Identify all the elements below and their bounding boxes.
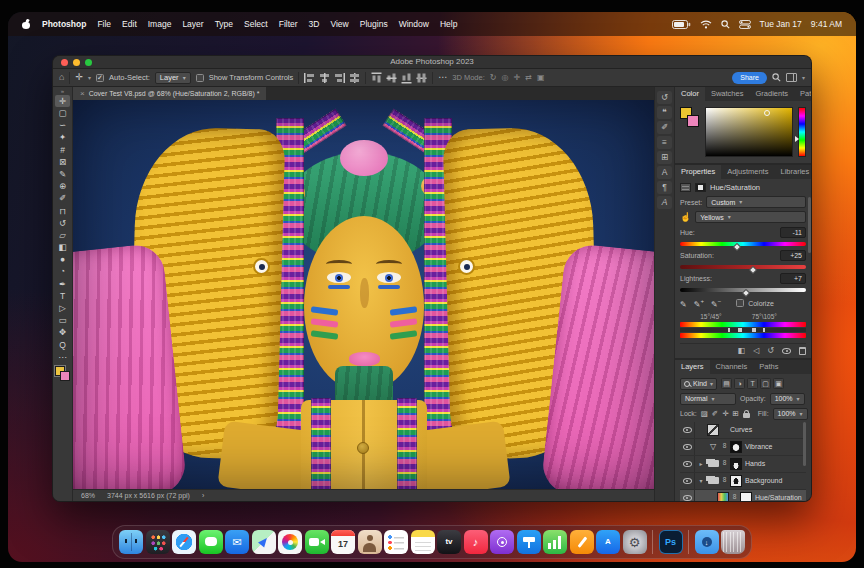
blur-tool[interactable]: ● [55, 253, 70, 265]
lock-position-icon[interactable]: ✛ [722, 410, 728, 418]
panel-tab[interactable]: Layers [675, 360, 710, 374]
workspace-switcher-icon[interactable] [786, 73, 797, 82]
layer-mask-thumbnail[interactable] [730, 475, 742, 487]
range-handle[interactable] [752, 328, 756, 332]
filter-type-layers-icon[interactable]: T [747, 378, 758, 389]
gradient-tool[interactable]: ◧ [55, 241, 70, 253]
title-bar[interactable]: Adobe Photoshop 2023 [53, 56, 811, 69]
healing-brush-tool[interactable]: ⊕ [55, 180, 70, 192]
hue-range-control[interactable] [680, 328, 806, 332]
layer-thumbnail[interactable] [707, 458, 719, 470]
fill-input[interactable]: 100% [773, 408, 808, 420]
menu-item[interactable]: Window [399, 20, 429, 29]
maps[interactable] [252, 530, 276, 554]
delete-adjustment-icon[interactable] [799, 347, 806, 355]
layer-expand-icon[interactable]: ▸ [698, 461, 704, 467]
lock-all-icon[interactable] [743, 413, 750, 418]
pages[interactable] [570, 530, 594, 554]
panel-tab[interactable]: Gradients [749, 87, 794, 101]
menu-item[interactable]: Layer [182, 20, 203, 29]
divider[interactable] [688, 530, 689, 554]
tv[interactable]: tv [437, 530, 461, 554]
eyedropper-add-icon[interactable]: ✎+ [694, 298, 704, 309]
photoshop[interactable]: Ps [659, 530, 683, 554]
filter-smart-objects-icon[interactable]: ▣ [773, 378, 784, 389]
layer-row[interactable]: ▾ 8 Background [680, 473, 806, 490]
layer-expand-icon[interactable]: ▾ [698, 478, 704, 484]
panel-tab[interactable]: Swatches [705, 87, 750, 101]
move-tool[interactable]: ✛ [55, 95, 70, 107]
document-tab[interactable]: × Cover Test V8.psd @ 68% (Hue/Saturatio… [73, 87, 266, 100]
distribute-bottom-icon[interactable] [402, 72, 412, 83]
panel-tab[interactable]: Patterns [794, 87, 812, 101]
panel-tab[interactable]: Color [675, 87, 705, 101]
type-tool[interactable]: T [55, 290, 70, 302]
filter-shape-layers-icon[interactable]: ▢ [760, 378, 771, 389]
hue-slider[interactable] [798, 107, 806, 157]
color-field[interactable] [705, 107, 793, 157]
opacity-input[interactable]: 100% [770, 393, 805, 405]
align-right-icon[interactable] [334, 73, 345, 83]
layer-thumbnail[interactable] [717, 492, 729, 502]
close-button[interactable] [61, 59, 68, 66]
hue-range-bar[interactable] [680, 322, 806, 327]
layer-visibility-eye-icon[interactable] [680, 490, 695, 502]
layer-visibility-eye-icon[interactable] [680, 439, 695, 455]
appstore[interactable]: A [596, 530, 620, 554]
messages[interactable] [199, 530, 223, 554]
pen-tool[interactable]: ✒ [55, 278, 70, 290]
finder[interactable] [119, 530, 143, 554]
share-button[interactable]: Share [732, 72, 767, 84]
lock-transparent-icon[interactable]: ▨ [701, 410, 708, 418]
targeted-adjustment-icon[interactable]: ☝ [680, 213, 691, 222]
menu-item[interactable]: 3D [309, 20, 320, 29]
hand-tool[interactable]: ✥ [55, 327, 70, 339]
apple-menu-icon[interactable] [22, 20, 30, 29]
panel-tab[interactable]: Properties [675, 165, 721, 179]
paragraph-panel-icon[interactable]: ¶ [657, 181, 672, 194]
scrollbar-thumb[interactable] [803, 422, 806, 466]
align-justify-icon[interactable] [349, 73, 360, 83]
lasso-tool[interactable]: ∽ [55, 119, 70, 131]
glyphs-panel-icon[interactable]: A [657, 196, 672, 209]
preset-dropdown[interactable]: Custom [706, 196, 806, 208]
menu-item[interactable]: Image [148, 20, 172, 29]
slider-value-input[interactable]: -11 [780, 227, 806, 238]
object-selection-tool[interactable]: ✦ [55, 132, 70, 144]
home-icon[interactable]: ⌂ [59, 73, 64, 82]
layer-thumbnail[interactable] [707, 475, 719, 487]
path-selection-tool[interactable]: ▷ [55, 302, 70, 314]
align-left-icon[interactable] [304, 73, 315, 83]
slider-thumb[interactable] [741, 289, 749, 297]
history-brush-tool[interactable]: ↺ [55, 217, 70, 229]
range-handle[interactable] [738, 328, 742, 332]
keynote[interactable] [517, 530, 541, 554]
previous-state-icon[interactable]: ◁ [753, 347, 759, 355]
move-tool-icon[interactable]: ✛ [75, 73, 83, 82]
panel-tab[interactable]: Adjustments [721, 165, 774, 179]
toolbar-collapse-icon[interactable]: » [61, 88, 64, 94]
frame-tool[interactable]: ⊠ [55, 156, 70, 168]
panel-tab[interactable]: Libraries [774, 165, 812, 179]
clip-to-layer-icon[interactable]: ◧ [738, 347, 746, 355]
numbers[interactable] [543, 530, 567, 554]
canvas-artwork[interactable] [73, 100, 654, 489]
divider[interactable] [652, 530, 653, 554]
layer-thumbnail[interactable] [707, 441, 719, 453]
visibility-icon[interactable] [782, 348, 791, 354]
brush-settings-panel-icon[interactable]: ≡ [657, 136, 672, 149]
status-chevron-icon[interactable]: › [202, 492, 204, 499]
menu-item[interactable]: Type [215, 20, 233, 29]
layer-row[interactable]: Curves [680, 422, 806, 439]
background-color-swatch[interactable] [687, 115, 699, 127]
zoom-tool[interactable]: Q [55, 339, 70, 351]
menu-date[interactable]: Tue Jan 17 [760, 20, 802, 29]
distribute-top-icon[interactable] [372, 72, 382, 83]
show-transform-checkbox[interactable] [196, 74, 204, 82]
reset-icon[interactable]: ↺ [767, 347, 774, 355]
menu-item[interactable]: Edit [122, 20, 137, 29]
brushes-panel-icon[interactable]: ✐ [657, 121, 672, 134]
auto-select-checkbox[interactable] [96, 74, 104, 82]
slider-track[interactable] [680, 288, 806, 292]
eyedropper-icon[interactable]: ✎ [680, 298, 687, 309]
